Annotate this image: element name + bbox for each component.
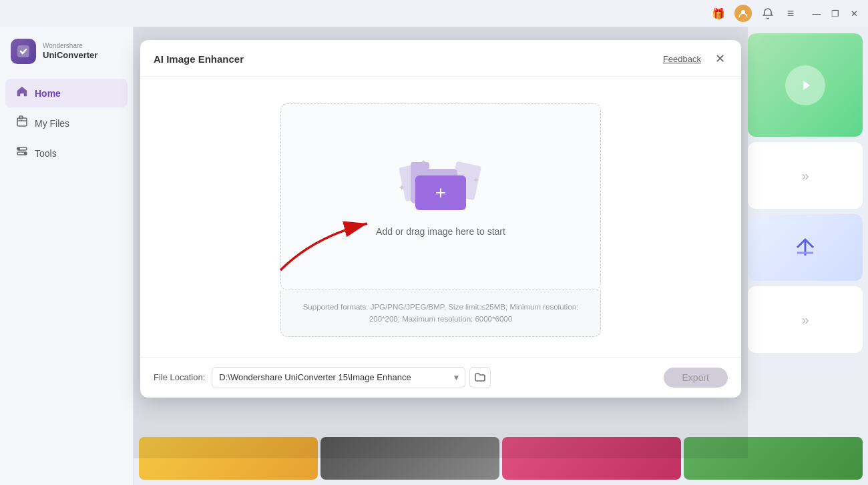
myfiles-label: My Files <box>35 118 69 129</box>
product-name: UniConverter <box>43 50 97 61</box>
promo-card-3[interactable] <box>748 214 863 281</box>
svg-marker-8 <box>803 81 810 90</box>
drop-zone-footer: Supported formats: JPG/PNG/JPEG/BMP, Siz… <box>280 290 601 337</box>
gift-icon[interactable]: 🎁 <box>712 7 725 20</box>
sidebar-item-home[interactable]: Home <box>5 79 128 107</box>
promo-card-1[interactable] <box>748 33 863 137</box>
browse-folder-button[interactable] <box>469 367 491 388</box>
export-button[interactable]: Export <box>664 368 728 388</box>
file-location-wrapper: D:\Wondershare UniConverter 15\Image Enh… <box>212 367 656 388</box>
right-panel: » » <box>748 27 868 485</box>
sidebar: Wondershare UniConverter Home My Files T… <box>0 27 134 485</box>
promo-card-2[interactable]: » <box>748 142 863 209</box>
promo-card-4[interactable]: » <box>748 286 863 353</box>
dialog-header: AI Image Enhancer Feedback ✕ <box>140 40 741 77</box>
menu-icon[interactable]: ≡ <box>784 7 797 20</box>
home-icon <box>16 85 28 101</box>
chevron-right-icon: » <box>801 168 809 183</box>
folder-front: + <box>415 175 466 210</box>
dialog-overlay: AI Image Enhancer Feedback ✕ <box>134 27 748 458</box>
close-button[interactable]: ✕ <box>848 7 860 19</box>
logo-text: Wondershare UniConverter <box>43 42 97 61</box>
tools-icon <box>16 145 28 161</box>
svg-rect-6 <box>17 147 20 150</box>
drop-zone-text: Add or drag image here to start <box>376 226 505 237</box>
dialog-title: AI Image Enhancer <box>154 53 244 65</box>
user-avatar[interactable] <box>734 5 752 22</box>
brand-name: Wondershare <box>43 42 97 50</box>
sparkle-icon-2: ✦ <box>473 175 479 185</box>
dialog-header-right: Feedback ✕ <box>663 51 728 67</box>
minimize-button[interactable]: — <box>811 7 823 19</box>
file-location-select[interactable]: D:\Wondershare UniConverter 15\Image Enh… <box>212 367 465 388</box>
file-location-label: File Location: <box>154 372 205 382</box>
bell-icon[interactable] <box>761 7 775 20</box>
plus-icon: + <box>435 183 446 202</box>
drop-area-wrapper: + ✦ ✦ ✦ Add or drag image here to start … <box>280 103 601 337</box>
sidebar-item-tools[interactable]: Tools <box>5 139 128 167</box>
supported-formats-text: Supported formats: JPG/PNG/JPEG/BMP, Siz… <box>294 301 587 326</box>
chevron-right-icon-2: » <box>801 312 809 328</box>
home-label: Home <box>35 88 61 99</box>
tools-label: Tools <box>35 148 57 159</box>
window-controls: — ❐ ✕ <box>811 7 860 19</box>
feedback-link[interactable]: Feedback <box>663 54 701 64</box>
maximize-button[interactable]: ❐ <box>829 7 841 19</box>
folder-illustration: + ✦ ✦ ✦ <box>407 157 474 210</box>
dialog-body: + ✦ ✦ ✦ Add or drag image here to start … <box>140 77 741 357</box>
app-logo <box>11 39 36 64</box>
sparkle-icon-3: ✦ <box>421 158 426 165</box>
drop-zone[interactable]: + ✦ ✦ ✦ Add or drag image here to start <box>280 103 601 290</box>
dialog-close-button[interactable]: ✕ <box>712 51 728 67</box>
sidebar-item-myfiles[interactable]: My Files <box>5 109 128 137</box>
svg-rect-7 <box>24 152 27 155</box>
files-icon <box>16 115 28 131</box>
dialog-footer: File Location: D:\Wondershare UniConvert… <box>140 357 741 398</box>
svg-rect-3 <box>19 116 23 119</box>
ai-image-enhancer-dialog: AI Image Enhancer Feedback ✕ <box>140 40 741 398</box>
logo-area: Wondershare UniConverter <box>0 33 133 77</box>
sparkle-icon-1: ✦ <box>398 182 406 193</box>
svg-rect-2 <box>17 118 27 126</box>
title-bar: 🎁 ≡ — ❐ ✕ <box>0 0 868 27</box>
file-location-select-wrapper: D:\Wondershare UniConverter 15\Image Enh… <box>212 367 465 388</box>
